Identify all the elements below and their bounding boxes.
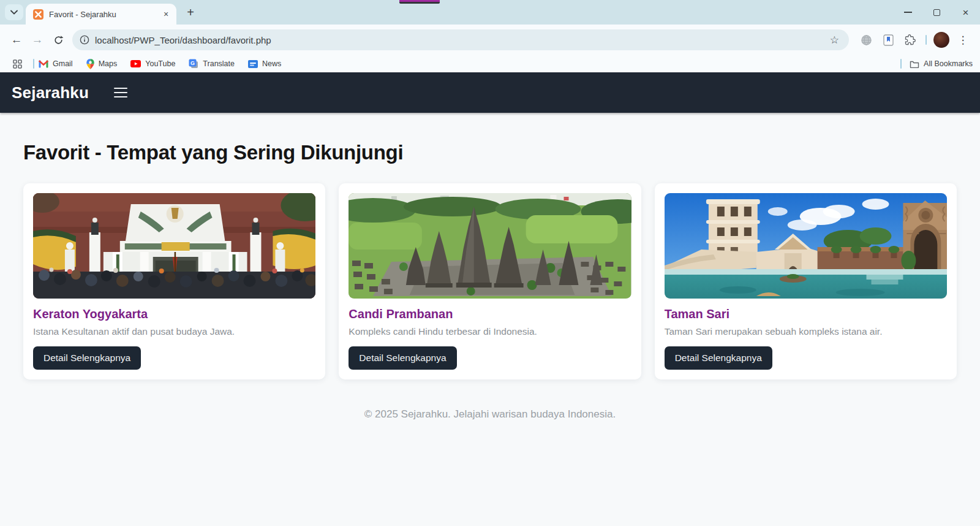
hamburger-menu-icon[interactable]: [111, 85, 130, 101]
extensions-puzzle-icon[interactable]: [901, 31, 919, 49]
window-close-button[interactable]: ×: [951, 0, 980, 25]
card-candi-prambanan: Candi Prambanan Kompleks candi Hindu ter…: [339, 183, 641, 379]
bookmark-news[interactable]: News: [248, 59, 281, 68]
browser-menu-icon[interactable]: ⋮: [954, 31, 972, 49]
card-title: Taman Sari: [665, 307, 947, 321]
toolbar-divider: [925, 35, 927, 45]
bookmark-label: Gmail: [53, 59, 73, 68]
bookmarks-bar: Gmail Maps YouTube G Translate News All …: [0, 55, 980, 72]
all-bookmarks-button[interactable]: All Bookmarks: [910, 59, 973, 68]
minimize-icon: [904, 12, 912, 13]
all-bookmarks-label: All Bookmarks: [924, 59, 973, 68]
screen-artifact: [399, 0, 440, 4]
forward-button[interactable]: →: [27, 29, 48, 50]
bookmark-youtube[interactable]: YouTube: [130, 59, 175, 68]
bookmark-label: News: [262, 59, 281, 68]
card-taman-sari: Taman Sari Taman Sari merupakan sebuah k…: [655, 183, 957, 379]
bookmark-label: YouTube: [145, 59, 175, 68]
favorites-card-row: Keraton Yogyakarta Istana Kesultanan akt…: [23, 183, 957, 379]
site-navbar: Sejarahku: [0, 72, 980, 113]
tab-search-button[interactable]: [5, 4, 23, 20]
maps-pin-icon: [86, 59, 94, 69]
bookmark-maps[interactable]: Maps: [86, 59, 118, 69]
detail-button[interactable]: Detail Selengkapnya: [665, 346, 772, 370]
detail-button[interactable]: Detail Selengkapnya: [33, 346, 141, 370]
bookmarks-divider: [33, 59, 34, 69]
folder-icon: [910, 60, 919, 68]
browser-tab-strip: Favorit - Sejarahku × + ×: [0, 0, 980, 25]
news-icon: [248, 60, 258, 68]
page-title: Favorit - Tempat yang Sering Dikunjungi: [23, 141, 957, 164]
window-minimize-button[interactable]: [894, 0, 922, 25]
candi-prambanan-photo: [349, 193, 631, 299]
reload-icon: [53, 35, 64, 45]
card-description: Kompleks candi Hindu terbesar di Indones…: [349, 326, 631, 338]
xampp-favicon-icon: [33, 9, 43, 20]
keraton-yogyakarta-photo: [33, 193, 315, 299]
bookmark-label: Maps: [99, 59, 118, 68]
chevron-down-icon: [10, 10, 18, 15]
reload-button[interactable]: [48, 29, 69, 50]
profile-avatar[interactable]: [933, 32, 949, 48]
maximize-icon: [933, 9, 940, 16]
bookmark-translate[interactable]: G Translate: [189, 59, 235, 69]
bookmark-gmail[interactable]: Gmail: [39, 59, 73, 68]
window-controls: ×: [894, 0, 980, 25]
back-button[interactable]: ←: [6, 29, 27, 50]
bookmark-label: Translate: [203, 59, 235, 68]
gmail-icon: [39, 60, 48, 68]
card-title: Candi Prambanan: [349, 307, 631, 321]
browser-tab[interactable]: Favorit - Sejarahku ×: [26, 4, 176, 25]
all-bookmarks-divider: [900, 59, 902, 69]
card-description: Taman Sari merupakan sebuah kompleks ist…: [665, 326, 947, 338]
tab-close-icon[interactable]: ×: [160, 9, 172, 20]
footer-text: © 2025 Sejarahku. Jelajahi warisan buday…: [23, 408, 957, 421]
tab-title: Favorit - Sejarahku: [49, 10, 160, 19]
bookmark-star-icon[interactable]: ☆: [827, 34, 842, 47]
card-description: Istana Kesultanan aktif dan pusat budaya…: [33, 326, 315, 338]
main-content: Favorit - Tempat yang Sering Dikunjungi: [0, 141, 980, 421]
new-tab-button[interactable]: +: [181, 3, 200, 21]
taman-sari-photo: [665, 193, 947, 299]
svg-text:G: G: [190, 60, 195, 66]
site-info-icon[interactable]: [80, 35, 89, 45]
card-keraton-yogyakarta: Keraton Yogyakarta Istana Kesultanan akt…: [23, 183, 325, 379]
brand-link[interactable]: Sejarahku: [12, 83, 89, 102]
window-maximize-button[interactable]: [922, 0, 951, 25]
apps-grid-icon[interactable]: [8, 55, 26, 73]
translate-icon: G: [189, 59, 198, 69]
url-bar[interactable]: localhost/PWP_Teori/dashboard/favorit.ph…: [72, 29, 849, 50]
url-text[interactable]: localhost/PWP_Teori/dashboard/favorit.ph…: [95, 35, 827, 45]
detail-button[interactable]: Detail Selengkapnya: [349, 346, 456, 370]
globe-icon[interactable]: [857, 31, 875, 49]
browser-toolbar: ← → localhost/PWP_Teori/dashboard/favori…: [0, 25, 980, 55]
youtube-icon: [130, 60, 141, 67]
card-title: Keraton Yogyakarta: [33, 307, 315, 321]
reading-list-icon[interactable]: [879, 31, 897, 49]
